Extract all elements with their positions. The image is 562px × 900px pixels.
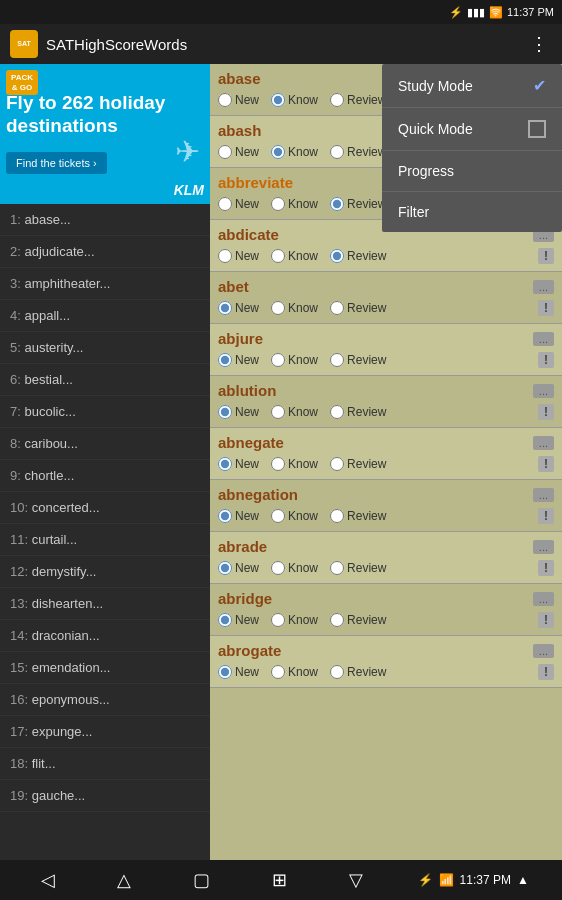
word-info-button[interactable]: !	[538, 456, 554, 472]
radio-know[interactable]	[271, 405, 285, 419]
sidebar-item[interactable]: 8: caribou...	[0, 428, 210, 460]
radio-review[interactable]	[330, 405, 344, 419]
radio-new[interactable]	[218, 93, 232, 107]
down-button[interactable]: ▽	[341, 865, 371, 895]
radio-review[interactable]	[330, 353, 344, 367]
radio-label-know[interactable]: Know	[271, 509, 318, 523]
radio-label-review[interactable]: Review	[330, 145, 386, 159]
radio-label-know[interactable]: Know	[271, 301, 318, 315]
radio-know[interactable]	[271, 353, 285, 367]
ad-button[interactable]: Find the tickets ›	[6, 152, 107, 174]
word-info-button[interactable]: !	[538, 352, 554, 368]
radio-label-new[interactable]: New	[218, 509, 259, 523]
radio-label-review[interactable]: Review	[330, 509, 386, 523]
sidebar-item[interactable]: 6: bestial...	[0, 364, 210, 396]
radio-know[interactable]	[271, 509, 285, 523]
sidebar-item[interactable]: 5: austerity...	[0, 332, 210, 364]
word-info-button[interactable]: !	[538, 612, 554, 628]
radio-know[interactable]	[271, 145, 285, 159]
word-options-button[interactable]: ...	[533, 644, 554, 658]
word-info-button[interactable]: !	[538, 300, 554, 316]
radio-label-new[interactable]: New	[218, 93, 259, 107]
radio-new[interactable]	[218, 561, 232, 575]
menu-item-quick-mode[interactable]: Quick Mode	[382, 108, 562, 151]
sidebar-item[interactable]: 1: abase...	[0, 204, 210, 236]
radio-label-new[interactable]: New	[218, 145, 259, 159]
radio-new[interactable]	[218, 249, 232, 263]
radio-label-review[interactable]: Review	[330, 249, 386, 263]
radio-label-know[interactable]: Know	[271, 405, 318, 419]
word-info-button[interactable]: !	[538, 404, 554, 420]
radio-label-new[interactable]: New	[218, 665, 259, 679]
radio-label-review[interactable]: Review	[330, 301, 386, 315]
radio-review[interactable]	[330, 613, 344, 627]
word-options-button[interactable]: ...	[533, 332, 554, 346]
sidebar-item[interactable]: 12: demystify...	[0, 556, 210, 588]
radio-review[interactable]	[330, 249, 344, 263]
radio-label-new[interactable]: New	[218, 613, 259, 627]
radio-new[interactable]	[218, 613, 232, 627]
menu-item-study-mode[interactable]: Study Mode✔	[382, 64, 562, 108]
radio-label-know[interactable]: Know	[271, 353, 318, 367]
sidebar-item[interactable]: 14: draconian...	[0, 620, 210, 652]
sidebar-item[interactable]: 13: dishearten...	[0, 588, 210, 620]
radio-new[interactable]	[218, 197, 232, 211]
radio-new[interactable]	[218, 301, 232, 315]
sidebar-item[interactable]: 15: emendation...	[0, 652, 210, 684]
word-info-button[interactable]: !	[538, 508, 554, 524]
word-info-button[interactable]: !	[538, 664, 554, 680]
home-button[interactable]: △	[109, 865, 139, 895]
radio-label-review[interactable]: Review	[330, 561, 386, 575]
radio-review[interactable]	[330, 197, 344, 211]
sidebar-item[interactable]: 9: chortle...	[0, 460, 210, 492]
word-options-button[interactable]: ...	[533, 592, 554, 606]
radio-label-new[interactable]: New	[218, 197, 259, 211]
word-options-button[interactable]: ...	[533, 280, 554, 294]
radio-new[interactable]	[218, 405, 232, 419]
radio-know[interactable]	[271, 249, 285, 263]
radio-label-review[interactable]: Review	[330, 457, 386, 471]
radio-label-new[interactable]: New	[218, 353, 259, 367]
sidebar-item[interactable]: 11: curtail...	[0, 524, 210, 556]
sidebar-item[interactable]: 4: appall...	[0, 300, 210, 332]
word-options-button[interactable]: ...	[533, 384, 554, 398]
sidebar-item[interactable]: 2: adjudicate...	[0, 236, 210, 268]
radio-label-new[interactable]: New	[218, 405, 259, 419]
radio-review[interactable]	[330, 457, 344, 471]
recent-apps-button[interactable]: ▢	[185, 865, 218, 895]
radio-label-know[interactable]: Know	[271, 665, 318, 679]
ad-banner[interactable]: PACK& GO Fly to 262 holiday destinations…	[0, 64, 210, 204]
overflow-menu-button[interactable]: ⋮	[526, 29, 552, 59]
word-options-button[interactable]: ...	[533, 488, 554, 502]
radio-review[interactable]	[330, 509, 344, 523]
radio-new[interactable]	[218, 665, 232, 679]
word-info-button[interactable]: !	[538, 248, 554, 264]
sidebar-item[interactable]: 3: amphitheater...	[0, 268, 210, 300]
radio-label-know[interactable]: Know	[271, 145, 318, 159]
radio-new[interactable]	[218, 353, 232, 367]
menu-item-progress[interactable]: Progress	[382, 151, 562, 192]
word-options-button[interactable]: ...	[533, 436, 554, 450]
menu-item-filter[interactable]: Filter	[382, 192, 562, 232]
sidebar-item[interactable]: 18: flit...	[0, 748, 210, 780]
radio-label-know[interactable]: Know	[271, 197, 318, 211]
radio-know[interactable]	[271, 613, 285, 627]
sidebar-item[interactable]: 7: bucolic...	[0, 396, 210, 428]
radio-label-review[interactable]: Review	[330, 93, 386, 107]
radio-label-review[interactable]: Review	[330, 405, 386, 419]
radio-label-know[interactable]: Know	[271, 457, 318, 471]
radio-label-new[interactable]: New	[218, 561, 259, 575]
radio-know[interactable]	[271, 665, 285, 679]
word-options-button[interactable]: ...	[533, 540, 554, 554]
radio-label-review[interactable]: Review	[330, 613, 386, 627]
word-info-button[interactable]: !	[538, 560, 554, 576]
back-button[interactable]: ◁	[33, 865, 63, 895]
radio-review[interactable]	[330, 93, 344, 107]
radio-know[interactable]	[271, 457, 285, 471]
radio-label-know[interactable]: Know	[271, 613, 318, 627]
radio-new[interactable]	[218, 509, 232, 523]
radio-know[interactable]	[271, 197, 285, 211]
sidebar-item[interactable]: 19: gauche...	[0, 780, 210, 812]
radio-label-review[interactable]: Review	[330, 353, 386, 367]
sidebar-item[interactable]: 16: eponymous...	[0, 684, 210, 716]
